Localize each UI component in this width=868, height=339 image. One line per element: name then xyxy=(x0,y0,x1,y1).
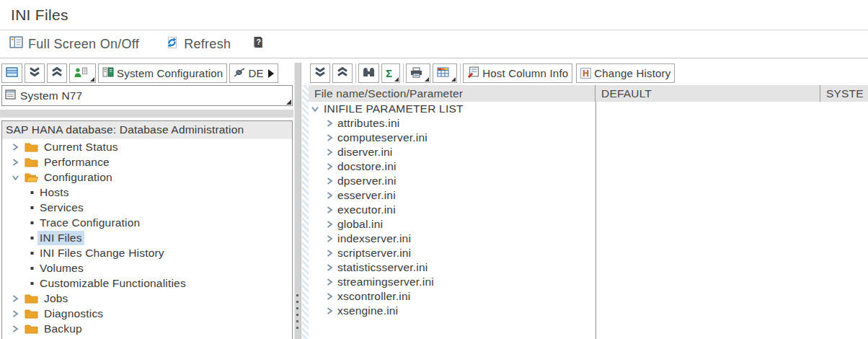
refresh-icon xyxy=(165,36,179,53)
fullscreen-toggle-button[interactable]: Full Screen On/Off xyxy=(9,36,139,52)
views-button[interactable] xyxy=(433,63,457,83)
chevron-right-icon[interactable] xyxy=(326,292,333,301)
nav-tree-item[interactable]: Jobs xyxy=(2,291,292,306)
refresh-button[interactable]: Refresh xyxy=(165,36,231,53)
bullet-icon xyxy=(30,190,34,195)
chevrons-down-icon xyxy=(314,67,326,79)
nav-tree-item[interactable]: Services xyxy=(2,200,292,215)
host-column-info-button[interactable]: Host Column Info xyxy=(463,63,572,83)
chevron-right-icon[interactable] xyxy=(326,263,333,272)
chevron-down-icon[interactable] xyxy=(12,174,19,181)
splitter-grip-icon[interactable] xyxy=(296,294,298,329)
file-row[interactable]: xscontroller.ini xyxy=(309,289,868,304)
svg-text:?: ? xyxy=(257,38,262,46)
nav-tree-item-label: Hosts xyxy=(37,185,71,200)
file-row[interactable]: global.ini xyxy=(309,217,868,232)
file-row[interactable]: computeserver.ini xyxy=(309,131,868,145)
system-window-icon xyxy=(5,89,16,102)
nav-tree-item[interactable]: Diagnostics xyxy=(2,306,292,321)
file-row[interactable]: attributes.ini xyxy=(309,116,868,131)
dropdown-corner-icon xyxy=(286,100,291,105)
folder-icon xyxy=(25,157,38,167)
bullet-icon xyxy=(30,251,34,255)
nav-tree-item[interactable]: Customizable Functionalities xyxy=(2,276,292,291)
chevron-right-icon[interactable] xyxy=(12,325,19,333)
tree-root-header[interactable]: SAP HANA database: Database Administrati… xyxy=(2,121,292,139)
chevron-right-icon[interactable] xyxy=(326,220,333,229)
file-row[interactable]: dpserver.ini xyxy=(309,174,868,188)
expand-all-button[interactable] xyxy=(47,63,67,83)
system-configuration-button[interactable]: System Configuration xyxy=(98,63,227,83)
file-row[interactable]: esserver.ini xyxy=(309,188,868,203)
refresh-label: Refresh xyxy=(184,37,231,52)
chevron-right-icon[interactable] xyxy=(326,119,333,128)
user-menu-button[interactable] xyxy=(69,63,96,83)
chevron-right-icon[interactable] xyxy=(326,206,333,214)
file-row[interactable]: statisticsserver.ini xyxy=(309,260,868,275)
column-header-system[interactable]: SYSTE xyxy=(820,85,868,102)
grid-root-row[interactable]: INIFILE PARAMETER LIST xyxy=(309,102,868,116)
chevron-right-icon[interactable] xyxy=(326,278,333,286)
nav-tree-item-label: INI Files xyxy=(37,231,84,245)
chevron-right-icon[interactable] xyxy=(326,148,333,157)
db-connection-button[interactable]: DE xyxy=(229,63,278,83)
dropdown-corner-icon xyxy=(425,77,429,82)
bullet-icon xyxy=(30,266,34,270)
expand-all-button[interactable] xyxy=(332,63,353,83)
column-header-file-name[interactable]: File name/Section/Parameter xyxy=(309,85,595,102)
print-button[interactable] xyxy=(406,63,430,83)
bullet-icon xyxy=(30,281,34,286)
file-row[interactable]: executor.ini xyxy=(309,203,868,217)
panel-splitter[interactable] xyxy=(294,63,301,339)
column-header-default[interactable]: DEFAULT xyxy=(595,85,820,102)
chevron-right-icon[interactable] xyxy=(326,249,333,257)
nav-tree-item[interactable]: Performance xyxy=(2,154,292,170)
nav-tree-item[interactable]: Current Status xyxy=(2,139,292,154)
chevron-down-icon[interactable] xyxy=(311,105,319,113)
title-bar: INI Files xyxy=(0,0,868,30)
chevron-right-icon[interactable] xyxy=(326,234,333,243)
grid-column-headers: File name/Section/Parameter DEFAULT SYST… xyxy=(309,85,868,102)
chevron-right-icon[interactable] xyxy=(12,158,19,167)
collapse-all-button[interactable] xyxy=(25,63,45,83)
nav-tree-item[interactable]: Configuration xyxy=(2,170,292,185)
folder-icon xyxy=(25,324,38,334)
file-row[interactable]: docstore.ini xyxy=(309,159,868,174)
system-selector[interactable]: System N77 xyxy=(1,85,293,106)
file-name-label: xscontroller.ini xyxy=(337,290,410,303)
grid-root-label: INIFILE PARAMETER LIST xyxy=(324,102,464,115)
layout-toggle-button[interactable] xyxy=(1,63,22,83)
nav-tree-item[interactable]: INI Files xyxy=(2,230,292,245)
toolbar-separator xyxy=(460,63,461,83)
nav-tree-item[interactable]: Volumes xyxy=(2,260,292,276)
chevron-right-icon[interactable] xyxy=(326,177,333,185)
file-row[interactable]: indexserver.ini xyxy=(309,232,868,246)
file-name-label: xsengine.ini xyxy=(337,304,398,317)
nav-tree-item[interactable]: Backup xyxy=(2,321,292,336)
file-row[interactable]: scriptserver.ini xyxy=(309,246,868,260)
file-name-label: attributes.ini xyxy=(337,117,399,130)
nav-tree-item[interactable]: Trace Configuration xyxy=(2,215,292,230)
chevron-right-icon[interactable] xyxy=(12,143,19,151)
chevron-right-icon[interactable] xyxy=(326,162,333,171)
chevron-right-icon[interactable] xyxy=(12,294,19,303)
sum-button[interactable]: Σ xyxy=(381,63,400,83)
file-row[interactable]: xsengine.ini xyxy=(309,304,868,318)
chevron-right-icon[interactable] xyxy=(326,191,333,200)
folder-icon xyxy=(25,309,38,319)
find-button[interactable] xyxy=(358,63,379,83)
nav-tree-item[interactable]: Hosts xyxy=(2,185,292,200)
nav-tree-item[interactable]: INI Files Change History xyxy=(2,245,292,260)
change-history-button[interactable]: H Change History xyxy=(576,63,675,83)
file-row[interactable]: diserver.ini xyxy=(309,145,868,159)
file-row[interactable]: streamingserver.ini xyxy=(309,275,868,289)
dropdown-corner-icon xyxy=(90,77,94,82)
fullscreen-toggle-label: Full Screen On/Off xyxy=(28,37,139,52)
chevron-right-icon[interactable] xyxy=(326,133,333,142)
help-button[interactable]: ? xyxy=(252,36,264,52)
chevron-right-icon[interactable] xyxy=(12,309,19,318)
bullet-icon xyxy=(30,236,34,240)
collapse-all-button[interactable] xyxy=(310,63,330,83)
chevron-right-icon[interactable] xyxy=(326,307,333,315)
file-name-label: docstore.ini xyxy=(337,160,397,173)
